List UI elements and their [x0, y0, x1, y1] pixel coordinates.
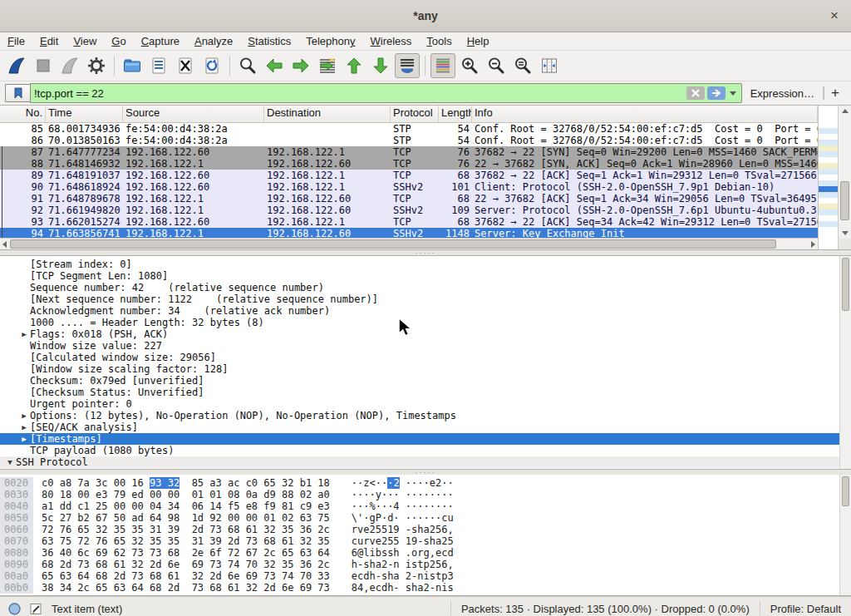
hex-row[interactable]: 00a065 63 64 68 2d 73 68 61 32 2d 6e 69 …	[0, 570, 851, 582]
packet-row[interactable]: 8771.647777234192.168.122.60192.168.122.…	[0, 146, 818, 158]
bytes-scrollbar[interactable]	[839, 475, 851, 595]
zoom-100-button[interactable]	[510, 53, 535, 78]
colorize-button[interactable]	[430, 53, 455, 78]
hex-row[interactable]: 00b038 34 2c 65 63 64 68 2d 73 68 61 32 …	[0, 582, 851, 594]
packet-row[interactable]: 8971.648191037192.168.122.60192.168.122.…	[0, 170, 818, 181]
hex-byte[interactable]: 31 39 2d 73 68 61 32 35	[192, 535, 330, 547]
detail-line[interactable]: [Next sequence number: 1122 (relative se…	[0, 293, 851, 305]
menu-item-view[interactable]: View	[66, 34, 104, 48]
ascii-char[interactable]: ········	[406, 500, 454, 512]
column-header-no[interactable]: No.	[0, 106, 46, 122]
hex-byte[interactable]: 1d 92 00 00 01 02 63 75	[192, 512, 330, 524]
filter-history-dropdown[interactable]	[730, 91, 736, 96]
hex-byte[interactable]: c0 a8 7a 3c 00 16	[42, 477, 150, 489]
stop-capture-button[interactable]	[31, 53, 56, 78]
column-header-time[interactable]: Time	[46, 106, 123, 122]
ascii-char[interactable]: 19-sha25	[406, 535, 454, 547]
expand-icon[interactable]: ▶	[18, 433, 30, 445]
detail-line[interactable]: ▼SSH Protocol	[0, 456, 851, 468]
filter-bookmark-button[interactable]	[5, 84, 30, 102]
detail-line[interactable]: Sequence number: 42 (relative sequence n…	[0, 282, 851, 293]
detail-line[interactable]: [Stream index: 0]	[0, 259, 851, 270]
hex-byte[interactable]: a1 dd c1 25 00 00 04 34	[42, 500, 180, 512]
packet-row[interactable]: 8871.648146932192.168.122.1192.168.122.6…	[0, 158, 818, 170]
packet-row[interactable]: 9271.661949820192.168.122.1192.168.122.6…	[0, 205, 818, 216]
go-last-button[interactable]	[368, 53, 393, 78]
expand-icon[interactable]: ▶	[18, 410, 30, 421]
column-header-protocol[interactable]: Protocol	[391, 106, 439, 122]
apply-filter-button[interactable]	[707, 86, 726, 100]
column-header-destination[interactable]: Destination	[264, 106, 391, 122]
ascii-char[interactable]: ecdh-sha	[352, 570, 400, 582]
menu-item-go[interactable]: Go	[104, 34, 133, 48]
go-forward-button[interactable]	[288, 53, 313, 78]
clear-filter-button[interactable]	[686, 86, 705, 100]
vscroll-thumb[interactable]	[840, 181, 849, 221]
hex-row[interactable]: 009068 2d 73 68 61 32 2d 6e 69 73 74 70 …	[0, 559, 851, 570]
bytes-scroll-thumb[interactable]	[842, 476, 849, 506]
detail-line[interactable]: Checksum: 0x79ed [unverified]	[0, 375, 851, 387]
ascii-char[interactable]: ·2	[387, 477, 399, 489]
ascii-char[interactable]: ····y···	[352, 489, 400, 500]
close-window-button[interactable]: ×	[825, 7, 844, 25]
open-file-button[interactable]	[120, 53, 145, 78]
hex-byte[interactable]: 68 2d 73 68 61 32 2d 6e	[42, 559, 180, 570]
packet-row[interactable]: 9471.663856741192.168.122.1192.168.122.6…	[0, 228, 818, 238]
hex-row[interactable]: 003080 18 00 e3 79 ed 00 00 01 01 08 0a …	[0, 489, 851, 500]
ascii-char[interactable]: ··z<··	[352, 477, 387, 489]
column-header-source[interactable]: Source	[123, 106, 264, 122]
add-filter-button[interactable]: +	[824, 84, 846, 102]
hex-byte[interactable]: 69 73 74 70 32 35 36 2c	[192, 559, 330, 570]
menu-item-file[interactable]: File	[0, 34, 32, 48]
detail-line[interactable]: 1000 .... = Header Length: 32 bytes (8)	[0, 317, 851, 328]
capture-options-button[interactable]	[84, 53, 109, 78]
go-first-button[interactable]	[342, 53, 366, 78]
column-header-info[interactable]: Info	[472, 106, 818, 122]
resize-columns-button[interactable]	[537, 53, 562, 78]
scroll-left-arrow[interactable]	[0, 239, 9, 249]
detail-line[interactable]: Urgent pointer: 0	[0, 398, 851, 410]
ascii-char[interactable]: ········	[406, 489, 454, 500]
detail-line[interactable]: ▶Options: (12 bytes), No-Operation (NOP)…	[0, 410, 851, 421]
go-back-button[interactable]	[262, 53, 287, 78]
hex-byte[interactable]: 32 2d 6e 69 73 74 70 33	[192, 570, 330, 582]
detail-line[interactable]: TCP payload (1080 bytes)	[0, 445, 851, 456]
hex-byte[interactable]: 63 75 72 76 65 32 35 35	[42, 535, 180, 547]
packet-list-minimap[interactable]	[818, 106, 838, 249]
hex-byte[interactable]: 5c 27 b2 67 50 ad 64 98	[42, 512, 180, 524]
menu-item-edit[interactable]: Edit	[32, 34, 66, 48]
hex-row[interactable]: 0040a1 dd c1 25 00 00 04 34 06 14 f5 e8 …	[0, 500, 851, 512]
ascii-char[interactable]: \'·gP·d·	[352, 512, 400, 524]
wireshark-fin-start-button[interactable]	[4, 53, 29, 78]
ascii-char[interactable]: ······cu	[406, 512, 454, 524]
ascii-char[interactable]: 6@libssh	[352, 547, 400, 559]
detail-line[interactable]: ▶Flags: 0x018 (PSH, ACK)	[0, 328, 851, 340]
hex-row[interactable]: 008036 40 6c 69 62 73 73 68 2e 6f 72 67 …	[0, 547, 851, 559]
hex-byte[interactable]: 36 40 6c 69 62 73 73 68	[42, 547, 180, 559]
close-file-button[interactable]	[173, 53, 198, 78]
detail-line[interactable]: ▶[Timestamps]	[0, 433, 851, 445]
title-bar[interactable]: *any ×	[0, 0, 851, 32]
save-file-button[interactable]	[146, 53, 171, 78]
packet-row[interactable]: 8568.001734936fe:54:00:d4:38:2aSTP54Conf…	[0, 123, 818, 135]
expand-icon[interactable]: ▶	[18, 468, 30, 470]
scroll-right-arrow[interactable]	[809, 239, 818, 249]
packet-row[interactable]: 8670.013850163fe:54:00:d4:38:2aSTP54Conf…	[0, 135, 818, 146]
ascii-char[interactable]: ···%···4	[352, 500, 400, 512]
detail-line[interactable]: Window size value: 227	[0, 340, 851, 352]
ascii-char[interactable]: h-sha2-n	[352, 559, 400, 570]
hex-byte[interactable]: 38 34 2c 65 63 64 68 2d	[42, 582, 180, 594]
detail-line[interactable]: [Checksum Status: Unverified]	[0, 387, 851, 398]
detail-line[interactable]: [Window size scaling factor: 128]	[0, 363, 851, 375]
ascii-char[interactable]: rve25519	[352, 524, 400, 535]
details-scrollbar[interactable]	[839, 256, 851, 469]
hex-row[interactable]: 006072 76 65 32 35 35 31 39 2d 73 68 61 …	[0, 524, 851, 535]
details-scroll-thumb[interactable]	[842, 258, 849, 311]
hex-byte[interactable]: 73 68 61 32 2d 6e 69 73	[192, 582, 330, 594]
column-header-length[interactable]: Length	[439, 106, 472, 122]
menu-item-analyze[interactable]: Analyze	[187, 34, 240, 48]
capture-comment-icon[interactable]	[29, 602, 43, 616]
hex-row[interactable]: 007063 75 72 76 65 32 35 35 31 39 2d 73 …	[0, 535, 851, 547]
restart-capture-button[interactable]	[57, 53, 82, 78]
detail-line[interactable]: [Calculated window size: 29056]	[0, 352, 851, 363]
